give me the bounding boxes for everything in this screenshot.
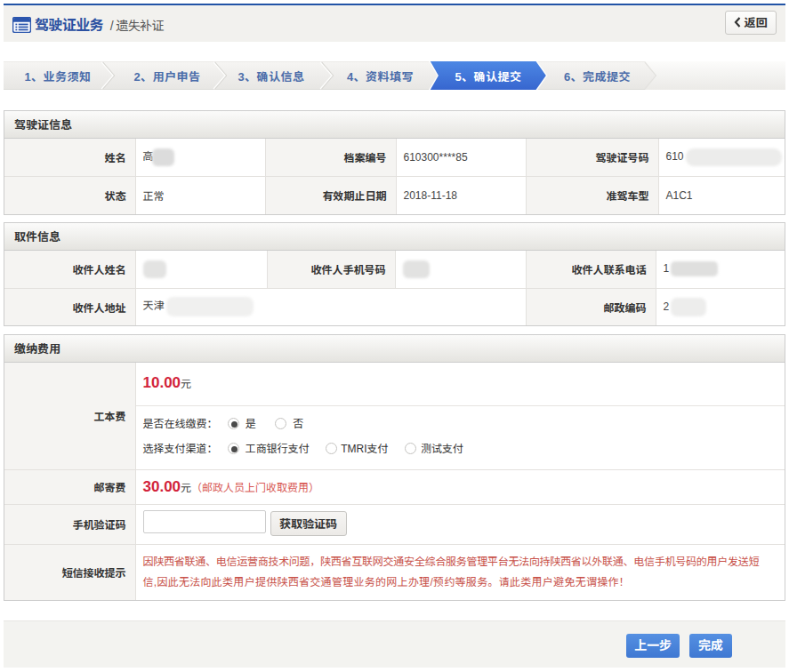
svg-text:5、确认提交: 5、确认提交 xyxy=(455,70,521,84)
svg-text:3、确认信息: 3、确认信息 xyxy=(238,70,304,84)
svg-text:4、资料填写: 4、资料填写 xyxy=(347,70,414,84)
svg-text:6、完成提交: 6、完成提交 xyxy=(564,70,631,84)
svg-text:1、业务须知: 1、业务须知 xyxy=(24,70,91,84)
svg-text:2、用户申告: 2、用户申告 xyxy=(133,70,200,84)
